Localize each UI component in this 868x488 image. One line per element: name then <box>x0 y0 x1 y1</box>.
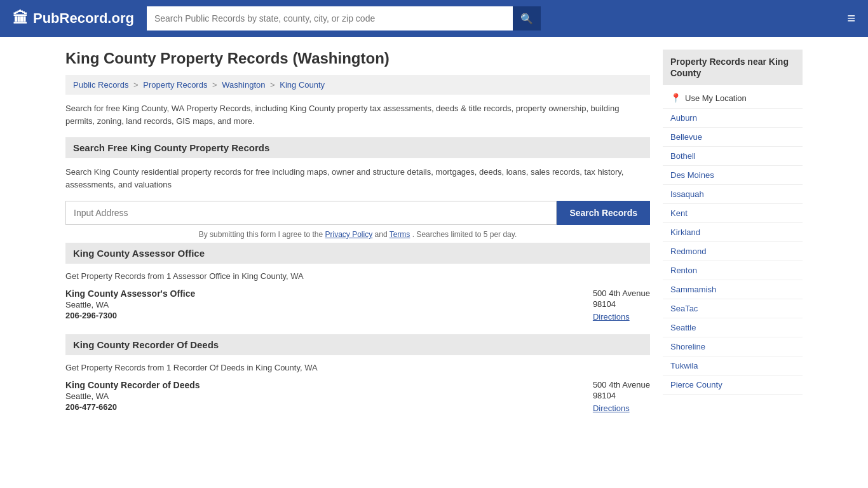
recorder-office-left: King County Recorder of Deeds Seattle, W… <box>65 380 200 413</box>
sidebar-item-bothell[interactable]: Bothell <box>663 147 803 165</box>
assessor-office-zip: 98104 <box>593 299 650 309</box>
terms-link[interactable]: Terms <box>390 230 410 239</box>
breadcrumb-sep-1: > <box>133 80 140 90</box>
address-search-row: Search Records <box>65 201 650 225</box>
sidebar-item-auburn[interactable]: Auburn <box>663 109 803 127</box>
list-item: Bothell <box>663 147 803 166</box>
search-icon: 🔍 <box>520 13 533 24</box>
privacy-policy-link[interactable]: Privacy Policy <box>325 230 373 239</box>
assessor-office-address: 500 4th Avenue <box>593 288 650 298</box>
search-records-button[interactable]: Search Records <box>557 201 650 225</box>
recorder-directions-link[interactable]: Directions <box>593 403 630 413</box>
page-description: Search for free King County, WA Property… <box>65 102 650 127</box>
form-disclaimer: By submitting this form I agree to the P… <box>65 230 650 239</box>
assessor-office-right: 500 4th Avenue 98104 Directions <box>593 288 650 322</box>
list-item: Renton <box>663 261 803 280</box>
breadcrumb-sep-2: > <box>212 80 219 90</box>
address-input[interactable] <box>65 201 557 225</box>
page-title: King County Property Records (Washington… <box>65 50 650 67</box>
sidebar-item-bellevue[interactable]: Bellevue <box>663 128 803 146</box>
site-header: 🏛 PubRecord.org 🔍 ≡ <box>0 0 868 37</box>
assessor-section-header: King County Assessor Office <box>65 243 650 264</box>
list-item: Tukwila <box>663 356 803 376</box>
logo-text: PubRecord.org <box>33 10 134 27</box>
list-item: Des Moines <box>663 166 803 185</box>
breadcrumb-king-county[interactable]: King County <box>280 80 325 90</box>
assessor-office-entry: King County Assessor's Office Seattle, W… <box>65 288 650 322</box>
list-item: Auburn <box>663 109 803 128</box>
main-layout: King County Property Records (Washington… <box>53 37 815 438</box>
global-search-container: 🔍 <box>147 6 541 30</box>
sidebar-item-seattle[interactable]: Seattle <box>663 318 803 337</box>
use-location-label: Use My Location <box>685 93 747 103</box>
list-item: Shoreline <box>663 337 803 356</box>
list-item: Seattle <box>663 318 803 337</box>
assessor-description: Get Property Records from 1 Assessor Off… <box>65 271 650 281</box>
site-logo[interactable]: 🏛 PubRecord.org <box>13 10 134 27</box>
recorder-description: Get Property Records from 1 Recorder Of … <box>65 363 650 372</box>
sidebar: Property Records near King County 📍 Use … <box>663 50 803 426</box>
location-pin-icon: 📍 <box>670 93 681 103</box>
hamburger-menu-button[interactable]: ≡ <box>847 10 855 27</box>
list-item: Sammamish <box>663 280 803 299</box>
breadcrumb-property-records[interactable]: Property Records <box>143 80 207 90</box>
sidebar-item-renton[interactable]: Renton <box>663 261 803 280</box>
list-item: Issaquah <box>663 185 803 204</box>
list-item: Redmond <box>663 242 803 261</box>
sidebar-item-pierce-county[interactable]: Pierce County <box>663 376 803 394</box>
recorder-section-header: King County Recorder Of Deeds <box>65 334 650 355</box>
global-search-input[interactable] <box>147 6 513 30</box>
assessor-office-name: King County Assessor's Office <box>65 288 195 299</box>
sidebar-item-redmond[interactable]: Redmond <box>663 242 803 261</box>
assessor-office-phone: 206-296-7300 <box>65 311 195 320</box>
search-form-area: Search King County residential property … <box>65 166 650 239</box>
recorder-office-phone: 206-477-6620 <box>65 402 200 412</box>
assessor-office-left: King County Assessor's Office Seattle, W… <box>65 288 195 322</box>
list-item: Kent <box>663 204 803 223</box>
hamburger-icon: ≡ <box>847 10 855 26</box>
search-section-header: Search Free King County Property Records <box>65 137 650 158</box>
sidebar-item-issaquah[interactable]: Issaquah <box>663 185 803 203</box>
recorder-office-city: Seattle, WA <box>65 391 200 401</box>
sidebar-item-des-moines[interactable]: Des Moines <box>663 166 803 184</box>
recorder-office-name: King County Recorder of Deeds <box>65 380 200 390</box>
list-item: Kirkland <box>663 223 803 242</box>
assessor-office-city: Seattle, WA <box>65 300 195 309</box>
sidebar-item-kirkland[interactable]: Kirkland <box>663 223 803 241</box>
breadcrumb-washington[interactable]: Washington <box>222 80 265 90</box>
logo-icon: 🏛 <box>13 10 28 27</box>
breadcrumb: Public Records > Property Records > Wash… <box>65 75 650 95</box>
recorder-office-zip: 98104 <box>593 391 650 400</box>
breadcrumb-sep-3: > <box>270 80 277 90</box>
global-search-button[interactable]: 🔍 <box>513 6 541 30</box>
list-item: SeaTac <box>663 299 803 318</box>
recorder-office-section: King County Recorder Of Deeds Get Proper… <box>65 334 650 413</box>
search-description: Search King County residential property … <box>65 166 650 191</box>
sidebar-item-tukwila[interactable]: Tukwila <box>663 356 803 375</box>
sidebar-item-kent[interactable]: Kent <box>663 204 803 222</box>
recorder-office-entry: King County Recorder of Deeds Seattle, W… <box>65 380 650 413</box>
sidebar-item-sammamish[interactable]: Sammamish <box>663 280 803 299</box>
sidebar-item-seatac[interactable]: SeaTac <box>663 299 803 318</box>
breadcrumb-public-records[interactable]: Public Records <box>73 80 128 90</box>
main-content: King County Property Records (Washington… <box>65 50 650 426</box>
recorder-office-right: 500 4th Avenue 98104 Directions <box>593 380 650 413</box>
assessor-office-section: King County Assessor Office Get Property… <box>65 243 650 322</box>
use-my-location-button[interactable]: 📍 Use My Location <box>663 88 803 109</box>
sidebar-item-shoreline[interactable]: Shoreline <box>663 337 803 356</box>
assessor-directions-link[interactable]: Directions <box>593 312 630 322</box>
recorder-office-address: 500 4th Avenue <box>593 380 650 390</box>
list-item: Pierce County <box>663 376 803 395</box>
nearby-locations-list: Auburn Bellevue Bothell Des Moines Issaq… <box>663 109 803 395</box>
sidebar-title: Property Records near King County <box>663 50 803 85</box>
list-item: Bellevue <box>663 128 803 147</box>
